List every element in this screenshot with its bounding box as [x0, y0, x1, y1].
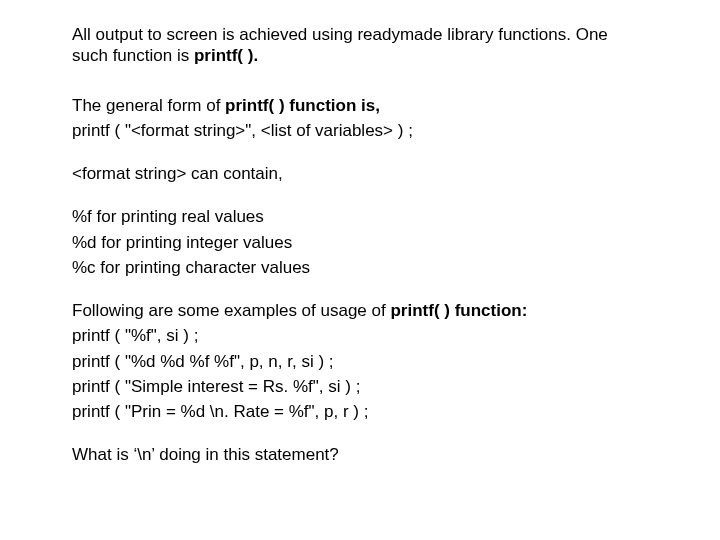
question-line: What is ‘\n’ doing in this statement? [72, 444, 660, 465]
can-contain-line: <format string> can contain, [72, 163, 660, 184]
general-form-bold: printf( ) function is, [225, 96, 380, 115]
specifiers-block: %f for printing real values %d for print… [72, 206, 660, 278]
intro-line2-pre: such function is [72, 46, 194, 65]
example-3: printf ( "Simple interest = Rs. %f", si … [72, 376, 660, 397]
general-form-heading: The general form of printf( ) function i… [72, 95, 660, 116]
general-form-block: The general form of printf( ) function i… [72, 95, 660, 142]
examples-intro: Following are some examples of usage of … [72, 300, 660, 321]
example-2: printf ( "%d %d %f %f", p, n, r, si ) ; [72, 351, 660, 372]
examples-intro-bold: printf( ) function: [390, 301, 527, 320]
intro-line1: All output to screen is achieved using r… [72, 25, 608, 44]
specifier-d: %d for printing integer values [72, 232, 660, 253]
general-form-pre: The general form of [72, 96, 225, 115]
specifier-c: %c for printing character values [72, 257, 660, 278]
document-body: All output to screen is achieved using r… [0, 0, 720, 466]
intro-printf-bold: printf( ). [194, 46, 258, 65]
question-block: What is ‘\n’ doing in this statement? [72, 444, 660, 465]
example-1: printf ( "%f", si ) ; [72, 325, 660, 346]
example-4: printf ( "Prin = %d \n. Rate = %f", p, r… [72, 401, 660, 422]
examples-block: Following are some examples of usage of … [72, 300, 660, 422]
can-contain-block: <format string> can contain, [72, 163, 660, 184]
specifier-f: %f for printing real values [72, 206, 660, 227]
general-form-syntax: printf ( "<format string>", <list of var… [72, 120, 660, 141]
examples-intro-pre: Following are some examples of usage of [72, 301, 390, 320]
intro-paragraph: All output to screen is achieved using r… [72, 24, 660, 67]
